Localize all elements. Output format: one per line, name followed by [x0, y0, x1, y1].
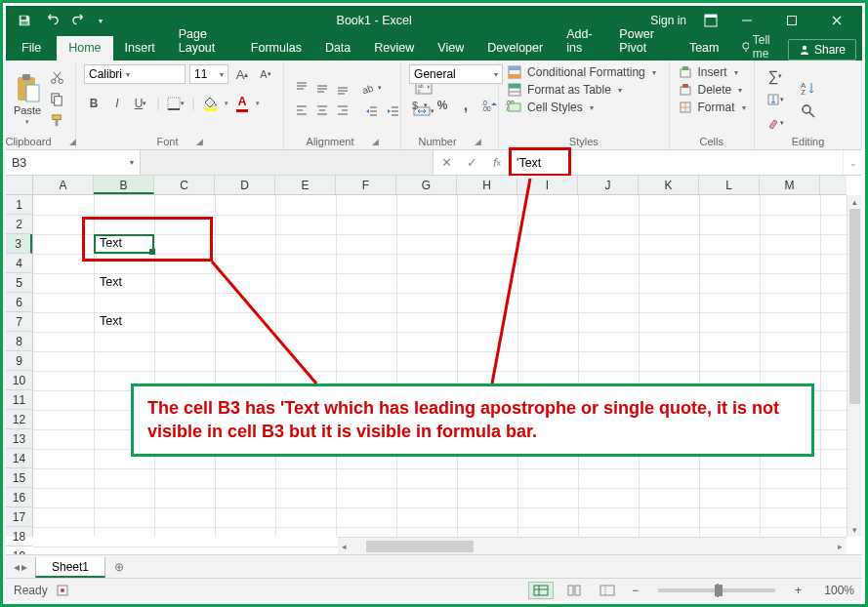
minimize-button[interactable] [725, 6, 768, 35]
horizontal-scrollbar[interactable]: ◂ ▸ [338, 537, 847, 554]
zoom-out-button[interactable]: − [628, 584, 642, 597]
row-header[interactable]: 14 [6, 449, 32, 468]
enter-formula-icon[interactable]: ✓ [459, 155, 484, 170]
format-cells-button[interactable]: Format▾ [678, 100, 746, 115]
cancel-formula-icon[interactable]: ✕ [434, 155, 459, 170]
row-header[interactable]: 13 [6, 429, 32, 449]
col-header[interactable]: L [699, 176, 760, 194]
row-header[interactable]: 10 [6, 371, 32, 390]
comma-format-icon[interactable]: , [456, 96, 475, 115]
font-color-button[interactable]: A [232, 94, 252, 113]
page-layout-view-icon[interactable] [561, 582, 587, 599]
col-header[interactable]: A [33, 176, 94, 194]
increase-font-icon[interactable]: A▴ [232, 64, 252, 84]
vertical-scrollbar[interactable]: ▴ ▾ [847, 195, 862, 537]
decrease-font-icon[interactable]: A▾ [256, 64, 275, 84]
formula-bar[interactable]: 'Text [511, 150, 843, 175]
zoom-level[interactable]: 100% [813, 584, 854, 597]
row-header[interactable]: 12 [6, 410, 32, 429]
row-header[interactable]: 11 [6, 390, 32, 410]
clear-icon[interactable]: ▾ [763, 113, 788, 133]
name-box[interactable]: B3▾ [6, 150, 141, 175]
bold-button[interactable]: B [84, 94, 103, 113]
borders-button[interactable]: ▾ [166, 94, 186, 113]
row-header[interactable]: 9 [6, 351, 32, 371]
decrease-indent-icon[interactable] [362, 101, 382, 121]
cut-icon[interactable] [47, 69, 66, 87]
clipboard-launcher-icon[interactable]: ◢ [69, 137, 76, 146]
find-select-icon[interactable] [798, 101, 819, 121]
zoom-in-button[interactable]: + [791, 584, 806, 597]
alignment-launcher-icon[interactable]: ◢ [372, 137, 379, 146]
tab-power-pivot[interactable]: Power Pivot [607, 22, 678, 61]
row-header[interactable]: 1 [6, 195, 32, 215]
tab-formulas[interactable]: Formulas [239, 36, 313, 61]
row-header[interactable]: 15 [6, 468, 32, 488]
sheet-nav-next-icon[interactable]: ▸ [21, 560, 27, 574]
tab-review[interactable]: Review [362, 36, 426, 61]
font-size-combo[interactable]: 11▾ [189, 64, 228, 84]
share-button[interactable]: Share [788, 39, 856, 61]
qat-customize-icon[interactable]: ▾ [94, 8, 107, 33]
underline-button[interactable]: U▾ [131, 94, 150, 113]
expand-formula-bar-icon[interactable]: ⌄ [843, 150, 862, 175]
number-format-combo[interactable]: General▾ [409, 64, 503, 84]
maximize-button[interactable] [770, 6, 813, 35]
scroll-left-icon[interactable]: ◂ [338, 542, 351, 551]
col-header[interactable]: E [275, 176, 336, 194]
increase-indent-icon[interactable] [384, 101, 403, 121]
copy-icon[interactable] [47, 91, 66, 108]
col-header[interactable]: F [336, 176, 396, 194]
accounting-format-icon[interactable]: $▾ [409, 96, 429, 115]
format-as-table-button[interactable]: Format as Table▾ [507, 82, 622, 98]
align-top-icon[interactable] [292, 78, 311, 98]
macro-record-icon[interactable] [56, 584, 69, 597]
font-name-combo[interactable]: Calibri▾ [84, 64, 186, 84]
paste-button[interactable]: Paste ▾ [14, 73, 41, 126]
column-headers[interactable]: A B C D E F G H I J K L M [33, 176, 847, 195]
row-header[interactable]: 8 [6, 332, 32, 351]
conditional-formatting-button[interactable]: Conditional Formatting▾ [507, 64, 656, 80]
align-middle-icon[interactable] [312, 78, 332, 98]
ribbon-options-icon[interactable] [698, 8, 723, 33]
row-header[interactable]: 2 [6, 215, 32, 234]
row-headers[interactable]: 1 2 3 4 5 6 7 8 9 10 11 12 13 14 15 16 1… [6, 195, 33, 537]
row-header[interactable]: 7 [6, 312, 32, 332]
row-header[interactable]: 5 [6, 273, 32, 293]
sheet-nav-prev-icon[interactable]: ◂ [14, 560, 20, 574]
align-center-icon[interactable] [312, 101, 332, 120]
tab-insert[interactable]: Insert [113, 36, 167, 61]
cell-styles-button[interactable]: Cell Styles▾ [507, 100, 594, 115]
insert-cells-button[interactable]: Insert▾ [678, 64, 738, 80]
row-header[interactable]: 17 [6, 507, 32, 527]
new-sheet-button[interactable]: ⊕ [105, 555, 133, 578]
cell-B5[interactable]: Text [96, 273, 126, 291]
sheet-tab[interactable]: Sheet1 [35, 557, 105, 578]
tell-me-search[interactable]: Tell me [730, 33, 788, 61]
scroll-right-icon[interactable]: ▸ [834, 542, 847, 551]
tab-developer[interactable]: Developer [475, 36, 555, 61]
tab-page-layout[interactable]: Page Layout [167, 22, 239, 61]
align-bottom-icon[interactable] [333, 78, 352, 98]
align-right-icon[interactable] [333, 101, 352, 120]
tab-data[interactable]: Data [313, 36, 362, 61]
row-header[interactable]: 16 [6, 488, 32, 507]
normal-view-icon[interactable] [528, 582, 554, 599]
row-header[interactable]: 19 [6, 546, 32, 554]
col-header[interactable]: J [578, 176, 639, 194]
zoom-slider[interactable] [658, 588, 775, 592]
font-launcher-icon[interactable]: ◢ [196, 137, 203, 146]
row-header[interactable]: 6 [6, 293, 32, 312]
col-header[interactable]: B [94, 176, 154, 194]
col-header[interactable]: D [215, 176, 275, 194]
tab-team[interactable]: Team [678, 36, 731, 61]
save-icon[interactable] [12, 8, 37, 33]
number-launcher-icon[interactable]: ◢ [475, 137, 481, 146]
format-painter-icon[interactable] [47, 112, 66, 130]
select-all-corner[interactable] [6, 176, 33, 195]
close-button[interactable] [815, 6, 858, 35]
tab-home[interactable]: Home [57, 36, 112, 61]
scroll-up-icon[interactable]: ▴ [847, 195, 862, 209]
orientation-icon[interactable]: ab▾ [362, 78, 382, 98]
col-header[interactable]: H [457, 176, 517, 194]
